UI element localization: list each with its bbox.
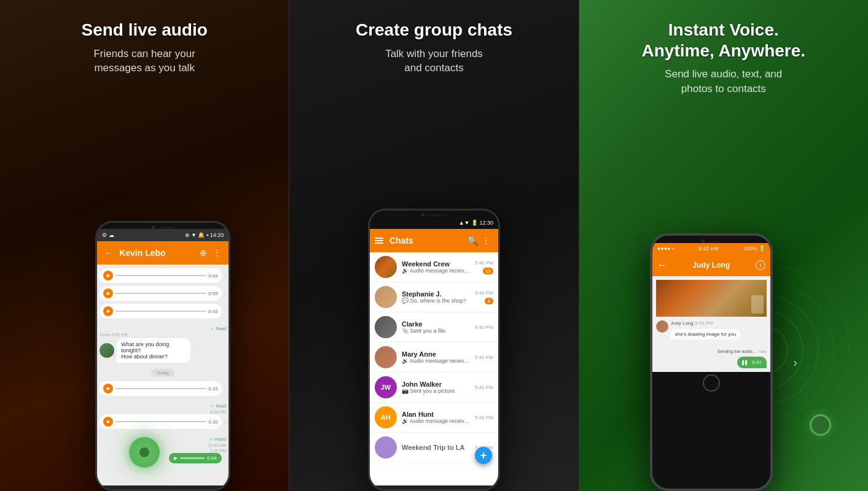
bottom-nav: ◁ ○ □	[97, 485, 229, 491]
more-options-icon[interactable]: ⋮	[480, 234, 493, 247]
contact-name: Kevin Lebo	[119, 248, 197, 258]
app-bar-chats: Chats 🔍 ⋮	[370, 229, 498, 252]
chat-list: Weekend Crew 🔊 Audio message recieved 5:…	[370, 252, 498, 485]
chats-title: Chats	[389, 236, 466, 246]
play-button[interactable]: ▶	[103, 306, 113, 316]
chat-item-john-walker[interactable]: JW John Walker 📷 Sent you a picture. 5:4…	[370, 373, 498, 403]
back-icon[interactable]: ←	[657, 260, 667, 271]
avatar	[375, 436, 397, 458]
audio-message-row: ▶ 0:55 ›	[100, 286, 226, 301]
live-audio-bubble: 0:07	[656, 357, 767, 368]
message-bubble: What are you doing tonight?How about din…	[117, 338, 190, 363]
contact-name-iphone: Judy Long	[671, 261, 752, 269]
live-audio-row: ▶ 0:04 ›	[100, 453, 226, 463]
play-button[interactable]: ▶	[103, 288, 113, 298]
sending-label: Sending live audio...	[717, 349, 756, 354]
panel-send-audio: Send live audio Friends can hear yourmes…	[0, 0, 289, 491]
date-divider: Today	[151, 369, 174, 377]
audio-message-row: ▶ 0:10 ›	[100, 414, 226, 429]
chat-item-mary-anne[interactable]: Mary Anne 🔊 Audio message recieved 5:40 …	[370, 342, 498, 373]
search-icon[interactable]: 🔍	[466, 234, 480, 247]
audio-message-row: ▶ 0:04 ›	[100, 268, 226, 283]
avatar	[375, 286, 397, 308]
bookmark-icon[interactable]: ⊕	[197, 246, 210, 260]
status-bar-iphone: ●●●● ▪ 9:42 AM 100% 🔋	[652, 243, 770, 254]
chat-item-clarke[interactable]: Clarke 📎 Sent you a file. 5:40 PM	[370, 312, 498, 342]
audio-message-row: ▶ 0:42 ›	[100, 304, 226, 319]
status-bar-1: ⚙ ☁ ⊕ ▼ 🔔 ▪ 14:20	[97, 229, 229, 241]
info-icon[interactable]: i	[756, 260, 765, 270]
chat-item-weekend-crew[interactable]: Weekend Crew 🔊 Audio message recieved 5:…	[370, 252, 498, 282]
panel-1-subtitle: Friends can hear yourmessages as you tal…	[81, 47, 207, 76]
panel-2-subtitle: Talk with your friendsand contacts	[373, 47, 495, 76]
panel-2-title: Create group chats	[356, 20, 512, 41]
avatar: JW	[375, 376, 397, 398]
audio-message-row: ▶ 0:15 ›	[100, 381, 226, 396]
chat-item-stephanie[interactable]: Stephanie J. 💬 So, where is the shop? 5:…	[370, 282, 498, 312]
panel-instant-voice: Instant Voice.Anytime, Anywhere. Send li…	[579, 0, 868, 491]
chat-item-alan-hunt[interactable]: AH Alan Hunt 🔊 Audio message recieved 5:…	[370, 403, 498, 433]
panel-1-title: Send live audio	[81, 20, 207, 41]
play-button[interactable]: ▶	[103, 417, 113, 427]
iphone-message-area: Judy Long 9:34 PM she's drawing image fo…	[652, 276, 770, 372]
avatar	[375, 346, 397, 368]
bottom-nav-2: ◁ ○ □	[370, 485, 498, 491]
fab-new-chat[interactable]: +	[475, 447, 492, 464]
iphone-app-bar: ← Judy Long i	[652, 254, 770, 276]
status-bar-2: ▲▼ 🔋 12:30	[370, 217, 498, 229]
avatar	[375, 256, 397, 278]
pause-icon[interactable]	[742, 360, 747, 365]
image-thumbnail	[656, 280, 767, 317]
panel-3-title: Instant Voice.Anytime, Anywhere.	[642, 20, 806, 61]
play-button[interactable]: ▶	[103, 384, 113, 393]
message-bubble-row: What are you doing tonight?How about din…	[100, 338, 226, 363]
app-bar-1: ← Kevin Lebo ⊕ ⋮	[97, 241, 229, 265]
phone-mockup-3: ●●●● ▪ 9:42 AM 100% 🔋 ← Judy Long i	[650, 233, 773, 491]
hamburger-menu-icon[interactable]	[375, 238, 383, 244]
play-button[interactable]: ▶	[103, 271, 113, 280]
panel-group-chats: Create group chats Talk with your friend…	[289, 0, 579, 491]
avatar	[375, 316, 397, 338]
mic-center	[810, 414, 831, 436]
received-bubble: she's drawing image for you	[671, 329, 740, 339]
received-message-row: Judy Long 9:34 PM she's drawing image fo…	[656, 320, 767, 339]
avatar: AH	[375, 406, 397, 428]
record-button[interactable]	[129, 437, 160, 468]
more-icon[interactable]: ⋮	[210, 246, 224, 260]
panel-3-subtitle: Send live audio, text, andphotos to cont…	[652, 67, 794, 96]
chevron-right-icon: ›	[793, 355, 797, 369]
avatar	[100, 343, 114, 358]
home-button[interactable]	[703, 374, 720, 392]
avatar-small	[656, 320, 668, 333]
phone-mockup-2: ▲▼ 🔋 12:30 Chats 🔍 ⋮	[368, 209, 500, 491]
phone-mockup-1: ⚙ ☁ ⊕ ▼ 🔔 ▪ 14:20 ← Kevin Lebo ⊕ ⋮ ▶	[95, 221, 230, 491]
back-icon[interactable]: ←	[102, 246, 115, 260]
message-body-1: ▶ 0:04 › ▶ 0:55 ›	[97, 265, 229, 485]
